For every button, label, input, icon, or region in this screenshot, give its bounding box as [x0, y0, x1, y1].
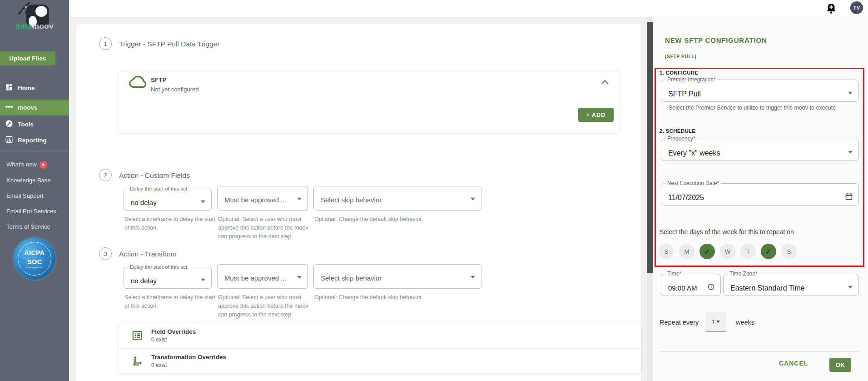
aicpa-soc-badge: AICPA SOC aicpa.org/soc4so [14, 238, 55, 280]
ok-button[interactable]: OK [829, 358, 851, 372]
tools-wrench-icon [5, 120, 13, 129]
sidebar-item-label: Home [18, 85, 35, 91]
transformation-overrides-row[interactable]: Transformation Overrides 0 exist [119, 349, 642, 373]
transformation-overrides-count: 0 exist [151, 362, 226, 368]
repeat-weeks-select[interactable]: 1 [705, 312, 726, 332]
chevron-down-icon [848, 286, 853, 288]
field-overrides-row[interactable]: Field Overrides 0 exist [119, 323, 642, 348]
link-whats-new[interactable]: What's new5 [6, 161, 47, 169]
chevron-down-icon [201, 278, 205, 281]
user-avatar[interactable]: TV [850, 1, 863, 14]
premier-integration-select[interactable]: Premier Integration* SFTP Pull [661, 76, 859, 102]
app-root: TV datamoov Upload Files [0, 0, 868, 381]
chevron-down-icon [201, 200, 205, 203]
sidebar-item-reporting[interactable]: Reporting [0, 132, 69, 148]
moovs-dots-icon [5, 103, 13, 112]
notifications-bell-icon[interactable] [825, 2, 837, 15]
panel-subtitle: (SFTP PULL) [665, 54, 696, 59]
sidebar-item-home[interactable]: Home [0, 80, 69, 96]
sidebar-item-tools[interactable]: Tools [0, 116, 69, 132]
day-toggle-tuesday[interactable]: ✓ [699, 244, 715, 259]
delay-select-step2[interactable]: Delay the start of this act no delay [124, 186, 212, 211]
time-input[interactable]: Time* 09:00 AM [661, 271, 721, 296]
step-3-title: Action - Transform [119, 250, 177, 258]
approver-select-step2[interactable]: Must be approved ... [217, 186, 308, 211]
step-3-indicator: 3 [99, 247, 112, 260]
sidebar-item-label: Tools [18, 121, 34, 128]
sftp-card-title: SFTP [151, 76, 167, 83]
chevron-down-icon [471, 198, 475, 201]
sftp-trigger-card [118, 71, 620, 133]
step-2-indicator: 2 [99, 169, 112, 181]
reporting-chart-icon [5, 135, 13, 145]
skip-help-step3: Optional: Change the default skip behavi… [314, 293, 496, 302]
cloud-icon [129, 75, 147, 90]
collapse-chevron-up-icon[interactable] [601, 78, 609, 86]
delay-help-step3: Select a timeframe to delay the start of… [124, 293, 218, 311]
panel-scrollbar[interactable] [647, 17, 653, 381]
panel-scrollbar-thumb[interactable] [647, 22, 653, 273]
link-terms-of-service[interactable]: Terms of Service [6, 223, 50, 230]
sidebar-item-moovs[interactable]: moovs [0, 100, 69, 115]
chevron-down-icon [848, 150, 853, 153]
transformation-overrides-icon [131, 355, 143, 369]
top-bar: TV [0, 0, 868, 17]
field-overrides-count: 0 exist [151, 336, 196, 343]
skip-behavior-select-step3[interactable]: Select skip behavior [313, 264, 481, 289]
approver-select-step3[interactable]: Must be approved ... [217, 264, 308, 289]
overrides-card: Field Overrides 0 exist [118, 323, 641, 374]
configure-heading: 1. CONFIGURE [660, 70, 698, 75]
chevron-down-icon [297, 198, 302, 201]
sftp-card-status: Not yet configured [151, 86, 199, 93]
frequency-select[interactable]: Frequency* Every "x" weeks [661, 135, 859, 161]
chevron-down-icon [297, 276, 302, 279]
transformation-overrides-title: Transformation Overrides [151, 354, 226, 361]
time-zone-select[interactable]: Time Zone* Eastern Standard Time [723, 271, 859, 296]
chevron-down-icon [471, 276, 475, 279]
upload-files-button[interactable]: Upload Files [0, 51, 55, 65]
schedule-heading: 2. SCHEDULE [660, 128, 695, 134]
brand-wordmark: datamoov [0, 22, 69, 31]
day-toggle-wednesday[interactable]: W [720, 244, 735, 259]
chevron-down-icon [716, 321, 720, 323]
field-overrides-title: Field Overrides [151, 328, 196, 335]
day-toggle-friday[interactable]: ✓ [761, 244, 776, 259]
weeks-label: weeks [736, 319, 754, 326]
calendar-icon[interactable] [845, 193, 853, 202]
next-execution-date-input[interactable]: Next Execution Date* 11/07/2025 [661, 180, 859, 206]
day-toggle-sunday[interactable]: S [659, 244, 674, 259]
repeat-every-label: Repeat every [660, 319, 699, 326]
step-1-indicator: 1 [99, 37, 112, 50]
sidebar-item-label: Reporting [18, 137, 47, 144]
step-1-title: Trigger - SFTP Pull Data Trigger [119, 40, 219, 48]
whats-new-count-badge: 5 [40, 161, 47, 169]
link-email-pro-services[interactable]: Email Pro Services [6, 208, 56, 215]
link-email-support[interactable]: Email Support [6, 192, 44, 199]
panel-footer-divider [660, 351, 860, 352]
sftp-configuration-panel: NEW SFTP CONFIGURATION (SFTP PULL) 1. CO… [653, 17, 868, 381]
skip-help-step2: Optional: Change the default skip behavi… [314, 215, 496, 224]
panel-title: NEW SFTP CONFIGURATION [665, 36, 767, 44]
day-toggle-monday[interactable]: M [679, 244, 694, 259]
sidebar-divider [0, 150, 69, 150]
cancel-button[interactable]: CANCEL [779, 360, 808, 367]
day-toggle-thursday[interactable]: T [740, 244, 756, 259]
link-knowledge-base[interactable]: Knowledge Base [6, 177, 51, 184]
delay-select-step3[interactable]: Delay the start of this act no delay [124, 264, 212, 289]
moov-editor-canvas: 1 Trigger - SFTP Pull Data Trigger SFTP … [76, 24, 641, 381]
approver-help-step2: Optional: Select a user who must approve… [218, 215, 311, 241]
chevron-down-icon [848, 91, 853, 94]
integration-help-text: Select the Premier Service to utilize to… [669, 105, 859, 111]
delay-help-step2: Select a timeframe to delay the start of… [124, 215, 218, 232]
home-grid-icon [5, 83, 13, 93]
add-sftp-button[interactable]: + ADD [578, 108, 614, 122]
skip-behavior-select-step2[interactable]: Select skip behavior [313, 186, 481, 211]
sidebar: datamoov Upload Files Home moovs [0, 0, 69, 381]
step-2-title: Action - Custom Fields [119, 171, 190, 180]
day-toggle-saturday[interactable]: S [781, 244, 797, 259]
sidebar-item-label: moovs [18, 104, 38, 111]
clock-icon[interactable] [708, 283, 714, 292]
days-of-week-label: Select the days of the week for this to … [660, 228, 794, 236]
field-overrides-icon [131, 330, 143, 343]
approver-help-step3: Optional: Select a user who must approve… [218, 293, 311, 319]
